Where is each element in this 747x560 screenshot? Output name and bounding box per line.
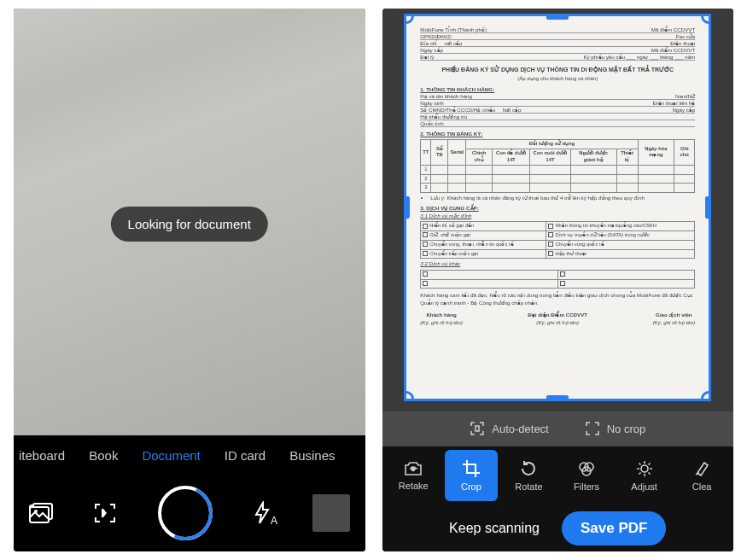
flash-mode-label: A bbox=[271, 515, 277, 527]
svg-point-5 bbox=[412, 469, 415, 471]
svg-point-4 bbox=[34, 510, 38, 513]
subscription-table: TT Số TB Serial Đối tượng sử dụng Ngày h… bbox=[420, 139, 695, 193]
camera-viewfinder[interactable]: Looking for document bbox=[14, 9, 365, 435]
crop-canvas[interactable]: MobiFone Tỉnh (Thành phố)Mã điểm CCDVVT … bbox=[382, 9, 734, 411]
crop-handle-bottom[interactable] bbox=[546, 395, 569, 401]
scanner-edit-screen: MobiFone Tỉnh (Thành phố)Mã điểm CCDVVT … bbox=[382, 9, 734, 551]
auto-detect-button[interactable]: Auto-detect bbox=[470, 421, 549, 436]
capture-mode-strip[interactable]: iteboard Book Document ID card Busines bbox=[14, 435, 365, 475]
adjust-button[interactable]: Adjust bbox=[618, 450, 671, 501]
svg-point-9 bbox=[641, 465, 648, 472]
mode-id-card[interactable]: ID card bbox=[225, 448, 266, 463]
crop-handle-br[interactable] bbox=[701, 391, 711, 401]
edit-toolbar: Retake Crop Rotate Filters bbox=[382, 446, 734, 505]
save-pdf-button[interactable]: Save PDF bbox=[562, 511, 666, 545]
filters-button[interactable]: Filters bbox=[560, 450, 613, 501]
crop-handle-right[interactable] bbox=[705, 196, 711, 219]
no-crop-label: No crop bbox=[607, 423, 646, 435]
auto-detect-label: Auto-detect bbox=[492, 423, 549, 435]
doc-title: PHIẾU ĐĂNG KÝ SỬ DỤNG DỊCH VỤ THÔNG TIN … bbox=[420, 66, 695, 73]
shutter-button[interactable] bbox=[158, 486, 213, 540]
rotate-button[interactable]: Rotate bbox=[503, 450, 556, 501]
crop-handle-bl[interactable] bbox=[404, 391, 414, 401]
crop-handle-tl[interactable] bbox=[404, 14, 414, 24]
last-capture-thumbnail[interactable] bbox=[312, 494, 350, 532]
crop-handle-tr[interactable] bbox=[701, 14, 711, 24]
retake-button[interactable]: Retake bbox=[388, 450, 441, 501]
mode-document[interactable]: Document bbox=[142, 448, 200, 463]
flash-button[interactable]: A bbox=[254, 501, 271, 525]
keep-scanning-button[interactable]: Keep scanning bbox=[449, 521, 540, 536]
mode-book[interactable]: Book bbox=[89, 448, 118, 463]
doc-subtitle: (Áp dụng cho khách hàng cá nhân) bbox=[420, 75, 695, 82]
mode-business[interactable]: Busines bbox=[289, 448, 335, 463]
save-bar: Keep scanning Save PDF bbox=[382, 505, 734, 551]
mode-whiteboard[interactable]: iteboard bbox=[19, 448, 65, 463]
gallery-button[interactable] bbox=[29, 503, 53, 523]
crop-mode-bar: Auto-detect No crop bbox=[382, 411, 734, 446]
services-table: Hiển thị số gọi đếnNhận thông tin khuyến… bbox=[420, 221, 695, 259]
crop-handle-left[interactable] bbox=[404, 196, 410, 219]
capture-action-bar: A bbox=[14, 475, 365, 551]
clean-button[interactable]: Clea bbox=[675, 450, 728, 501]
scanned-document[interactable]: MobiFone Tỉnh (Thành phố)Mã điểm CCDVVT … bbox=[404, 14, 711, 401]
crop-button[interactable]: Crop bbox=[445, 450, 498, 501]
scanner-capture-screen: Looking for document iteboard Book Docum… bbox=[14, 9, 365, 551]
auto-capture-button[interactable] bbox=[94, 502, 116, 524]
crop-handle-top[interactable] bbox=[546, 14, 569, 20]
no-crop-button[interactable]: No crop bbox=[585, 421, 646, 436]
status-toast: Looking for document bbox=[111, 207, 268, 242]
